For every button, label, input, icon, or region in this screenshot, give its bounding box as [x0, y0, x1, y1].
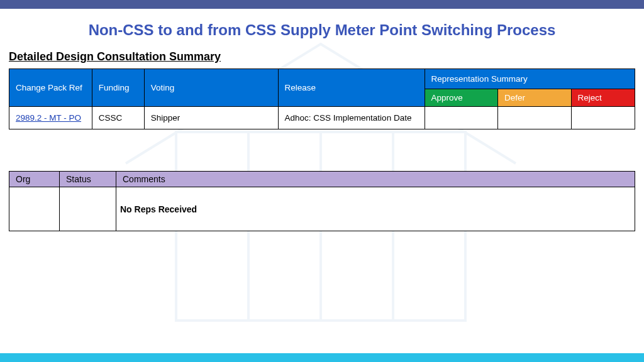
col-header-voting: Voting — [144, 69, 278, 107]
section-heading: Detailed Design Consultation Summary — [9, 50, 635, 63]
col-header-rep-summary: Representation Summary — [425, 69, 635, 89]
cell-funding: CSSC — [92, 107, 144, 129]
col-header-defer: Defer — [498, 89, 572, 107]
change-pack-ref-link[interactable]: 2989.2 - MT - PO — [16, 113, 81, 123]
page-title: Non-CSS to and from CSS Supply Meter Poi… — [9, 21, 635, 39]
reps-table: Org Status Comments No Reps Received — [9, 171, 635, 231]
table-row: 2989.2 - MT - PO CSSC Shipper Adhoc: CSS… — [9, 107, 635, 129]
consultation-summary-table: Change Pack Ref Funding Voting Release R… — [9, 69, 635, 129]
top-accent-bar — [0, 0, 644, 9]
cell-status — [60, 187, 116, 231]
spacer — [9, 129, 635, 171]
cell-release: Adhoc: CSS Implementation Date — [278, 107, 425, 129]
cell-voting: Shipper — [144, 107, 278, 129]
col-header-approve: Approve — [425, 89, 498, 107]
table-row: No Reps Received — [9, 187, 635, 231]
bottom-accent-bar — [0, 353, 644, 362]
cell-comments: No Reps Received — [116, 187, 635, 231]
col-header-comments: Comments — [116, 172, 635, 187]
col-header-org: Org — [9, 172, 60, 187]
cell-approve — [425, 107, 498, 129]
cell-org — [9, 187, 60, 231]
col-header-reject: Reject — [571, 89, 635, 107]
col-header-funding: Funding — [92, 69, 144, 107]
col-header-release: Release — [278, 69, 425, 107]
cell-reject — [571, 107, 635, 129]
col-header-status: Status — [60, 172, 116, 187]
slide-content: Non-CSS to and from CSS Supply Meter Poi… — [0, 21, 644, 231]
no-reps-label: No Reps Received — [120, 204, 197, 214]
cell-change-pack-ref: 2989.2 - MT - PO — [9, 107, 92, 129]
cell-defer — [498, 107, 572, 129]
col-header-change-pack-ref: Change Pack Ref — [9, 69, 92, 107]
